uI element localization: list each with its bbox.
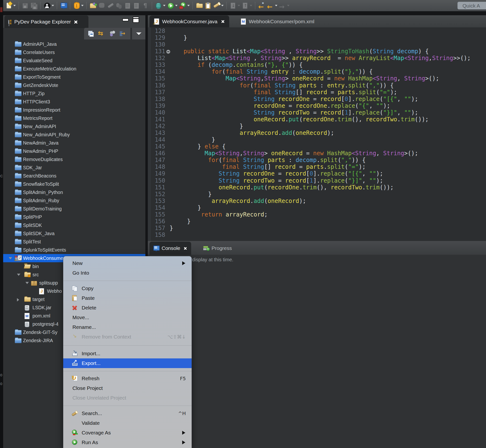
tree-item-label: RemoveDuplicates <box>23 155 63 163</box>
menu-item-export-[interactable]: Export... <box>63 358 192 368</box>
split-plugin-button[interactable] <box>73 1 84 10</box>
toolbar-separator <box>152 2 152 9</box>
menu-item-close-project[interactable]: Close Project <box>63 383 192 393</box>
code-text: List<Map<String , String>> arrayRecord =… <box>170 55 471 62</box>
back-button[interactable]: ← <box>267 1 277 10</box>
code-text: String recordOne = record[0].replace("[{… <box>170 170 383 177</box>
save-all-icon <box>30 2 38 9</box>
tree-item-label: WebhookConsumer <box>23 254 65 262</box>
tree-item-splunktosplitevents[interactable]: SplunkToSplitEvents <box>3 246 145 254</box>
menu-item-label: Search... <box>82 408 102 418</box>
tree-item-newadmin-php[interactable]: NewAdmin_PHP <box>3 147 145 155</box>
console-tab-progress[interactable]: Progress <box>199 242 236 255</box>
tree-item-correlateusers[interactable]: CorrelateUsers <box>3 48 145 56</box>
menu-item-remove-from-context: Remove from Context⌥⇧⌘↓ <box>63 332 192 342</box>
editor-tab-webhookconsumer-pom-xml[interactable]: WebhookConsumer/pom.xml <box>236 16 319 27</box>
user-profile-button[interactable] <box>43 1 54 10</box>
run-button[interactable] <box>167 1 178 10</box>
maximize-view-button[interactable] <box>133 17 139 23</box>
external-tools-button[interactable] <box>179 1 190 10</box>
tree-item-splittest[interactable]: SplitTest <box>3 238 145 246</box>
tree-item-exporttosegment[interactable]: ExportToSegment <box>3 73 145 81</box>
toolbar-separator <box>86 2 87 9</box>
tree-item-splitadmin-ruby[interactable]: SplitAdmin_Ruby <box>3 196 145 205</box>
open-folder-button[interactable] <box>195 1 203 10</box>
code-line: 148 final String[] record = parts.split(… <box>148 163 486 170</box>
console-tab-console[interactable]: Console <box>149 242 191 255</box>
clipboard-tool-button[interactable] <box>204 1 211 10</box>
search-flashlight-button[interactable] <box>213 1 224 10</box>
tree-item-new-adminapi[interactable]: New_AdminAPI <box>3 122 145 130</box>
editor-tab-webhookconsumer-java[interactable]: ⚠WebhookConsumer.java <box>149 16 229 27</box>
tree-item-new-adminapi-ruby[interactable]: New_AdminAPI_Ruby <box>3 130 145 139</box>
collapse-all-button[interactable] <box>87 30 95 38</box>
menu-item-copy[interactable]: Copy <box>63 284 192 293</box>
minimize-view-button[interactable] <box>122 18 129 21</box>
menu-item-run-as[interactable]: Run As <box>63 438 192 447</box>
tree-item-executemetriccalculation[interactable]: ExecuteMetricCalculation <box>3 65 145 73</box>
copy-doc-button <box>124 1 131 10</box>
menu-item-new[interactable]: New <box>63 258 192 268</box>
code-line: 145 } else { <box>148 143 486 150</box>
collapse-arrow-icon[interactable] <box>9 257 12 259</box>
tree-item-searchbeacons[interactable]: SearchBeacons <box>3 172 145 180</box>
dropdown-arrow-icon <box>13 5 16 6</box>
menu-item-move-[interactable]: Move... <box>63 313 192 322</box>
last-edit-location-button[interactable]: ←* <box>258 1 265 10</box>
menu-item-refresh[interactable]: RefreshF5 <box>63 374 192 383</box>
tree-item-splitsdk-java[interactable]: SplitSDK_Java <box>3 229 145 238</box>
code-editor[interactable]: 128129 }130131 public static List<Map<St… <box>148 27 486 241</box>
focus-active-task-button[interactable] <box>120 30 127 38</box>
tree-item-newadmin-java[interactable]: NewAdmin_Java <box>3 139 145 147</box>
tree-item-metricsreport[interactable]: MetricsReport <box>3 114 145 122</box>
tab-package-explorer[interactable]: PyDev Package Explorer <box>4 16 89 28</box>
debug-button[interactable] <box>155 1 165 10</box>
link-with-editor-button[interactable]: ⇆ <box>98 30 106 38</box>
search-flashlight-icon <box>213 2 220 9</box>
project-icon <box>15 173 22 179</box>
tree-item-removeduplicates[interactable]: RemoveDuplicates <box>3 155 145 163</box>
console-icon <box>153 246 159 251</box>
package-icon <box>31 280 38 286</box>
code-line: 156 } <box>148 218 486 225</box>
expand-arrow-icon[interactable] <box>17 298 19 302</box>
tree-item-sdk-jar[interactable]: SDK_Jar <box>3 163 145 172</box>
tree-item-evaluateseed[interactable]: EvaluateSeed <box>3 56 145 65</box>
jar-icon <box>24 305 32 311</box>
menu-item-label: Delete <box>82 303 97 313</box>
tree-item-splitadmin-python[interactable]: SplitAdmin_Python <box>3 188 145 196</box>
menu-item-rename-[interactable]: Rename... <box>63 322 192 332</box>
console-view-button[interactable] <box>60 1 67 10</box>
tree-item-snowflaketosplit[interactable]: SnowflakeToSplit <box>3 180 145 188</box>
tree-item-httpclient3[interactable]: HTTPClient3 <box>3 98 145 106</box>
tree-item-label: EvaluateSeed <box>23 56 52 65</box>
menu-item-search-[interactable]: Search...^H <box>63 408 192 418</box>
working-sets-button[interactable] <box>109 30 117 38</box>
last-edit-location-icon: ←* <box>258 2 265 9</box>
collapse-arrow-icon[interactable] <box>17 274 20 276</box>
menu-item-validate[interactable]: Validate <box>63 418 192 428</box>
tree-item-adminapi-java[interactable]: AdminAPI_Java <box>3 40 145 48</box>
close-tab-icon[interactable] <box>183 247 187 250</box>
tree-item-splitphp[interactable]: SplitPHP <box>3 213 145 221</box>
tree-item-impressionreport[interactable]: ImpressionReport <box>3 106 145 114</box>
menu-separator <box>63 368 192 374</box>
close-view-icon[interactable] <box>74 20 78 24</box>
new-wizard-button[interactable] <box>5 1 16 10</box>
view-menu-button[interactable] <box>132 28 145 40</box>
tree-item-http-zip[interactable]: HTTP_Zip <box>3 89 145 98</box>
tree-item-label: SplitSDK_Java <box>23 229 55 238</box>
tree-item-getzendeskvote[interactable]: GetZendeskVote <box>3 81 145 89</box>
dropdown-arrow-icon <box>250 5 252 6</box>
tree-item-splitdemotraining[interactable]: SplitDemoTraining <box>3 205 145 213</box>
quick-access-field[interactable]: Quick A <box>457 2 486 9</box>
menu-item-coverage-as[interactable]: Coverage As <box>63 428 192 438</box>
close-tab-icon[interactable] <box>221 20 225 23</box>
tree-item-splitsdk[interactable]: SplitSDK <box>3 221 145 229</box>
menu-item-paste[interactable]: Paste <box>63 293 192 303</box>
menu-item-go-into[interactable]: Go Into <box>63 268 192 278</box>
collapse-arrow-icon[interactable] <box>25 282 29 284</box>
menu-item-import-[interactable]: Import... <box>63 349 192 358</box>
menu-item-delete[interactable]: Delete <box>63 303 192 313</box>
open-run-folder-button[interactable] <box>89 1 97 10</box>
